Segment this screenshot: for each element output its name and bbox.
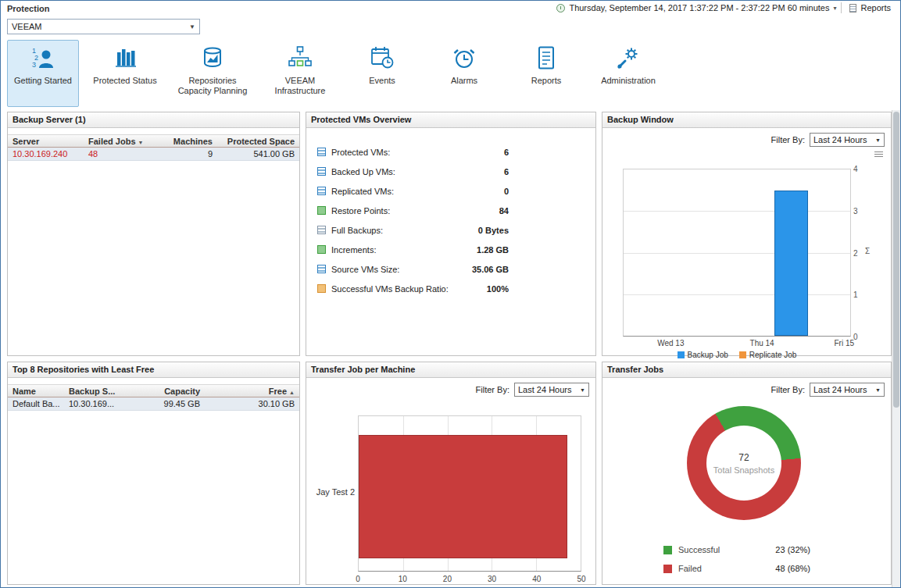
cell-failed-jobs: 48 [84,149,156,159]
alarms-icon [429,45,499,76]
scope-select[interactable]: VEEAM ▼ [7,19,200,34]
chevron-down-icon: ▼ [872,137,884,143]
full-backups-icon [317,226,326,234]
column-header-free[interactable]: Free▲ [205,387,299,396]
toolbar-item-events[interactable]: Events [346,40,418,107]
column-header-machines[interactable]: Machines [156,137,217,146]
panel-title: Transfer Job per Machine [306,362,595,378]
stat-row: Protected VMs:6 [317,142,589,162]
stat-row: Backed Up VMs:6 [317,162,589,181]
column-header-name[interactable]: Name [8,387,64,396]
filter-row: Filter By: Last 24 Hours ▼ [771,383,885,397]
legend-label: Failed [678,564,702,573]
legend-item-successful: Successful 23 (32%) [663,540,810,559]
time-range-control[interactable]: Thursday, September 14, 2017 1:37:22 PM … [556,3,836,12]
transfer-machine-chart [358,415,581,572]
y-tick-label: 3 [853,207,858,216]
filter-label: Filter By: [771,135,805,144]
column-header-server[interactable]: Server [8,137,84,146]
toolbar-item-protected-status[interactable]: Protected Status [89,40,161,107]
legend-item: Backup Job [678,351,728,359]
restore-points-icon [317,206,326,215]
legend-value: 48 (68%) [775,564,810,573]
administration-icon [593,45,663,76]
panel-title: Transfer Jobs [602,362,891,378]
snapshots-donut-chart: 72 Total Snapshots [687,406,801,520]
column-header-protected-space[interactable]: Protected Space [217,137,299,146]
gridline [624,211,850,212]
stat-row: Full Backups:0 Bytes [317,220,589,240]
reports-button-label: Reports [860,3,891,12]
legend-label: Successful [678,545,720,554]
toolbar-item-getting-started[interactable]: 123 Getting Started [7,40,79,107]
filter-value: Last 24 Hours [810,385,872,394]
x-axis-labels: Wed 13Thu 14Fri 15 [623,339,851,348]
filter-value: Last 24 Hours [515,385,577,394]
transfer-jobs-panel: Transfer Jobs Filter By: Last 24 Hours ▼… [602,362,892,585]
legend-label: Backup Job [688,351,728,359]
x-tick-label: 40 [532,575,541,583]
repositories-capacity-icon [172,45,253,76]
x-axis-ticks: 01020304050 [358,575,581,584]
transfer-machine-filter-select[interactable]: Last 24 Hours ▼ [514,383,589,397]
backup-window-chart [623,169,851,337]
chart-legend: Backup JobReplicate Job [623,351,851,359]
transfer-jobs-filter-select[interactable]: Last 24 Hours ▼ [810,383,885,397]
events-icon [347,45,417,76]
protection-window: Protection Thursday, September 14, 2017 … [0,0,901,588]
backup-window-filter-select[interactable]: Last 24 Hours ▼ [810,133,885,147]
scope-select-value: VEEAM [8,22,185,31]
donut-center: 72 Total Snapshots [687,406,801,520]
toolbar-item-label: Getting Started [8,76,78,86]
toolbar-item-veeam-infrastructure[interactable]: VEEAM Infrastructure [264,40,336,107]
table-row[interactable]: 10.30.169.240 48 9 541.00 GB [8,148,299,161]
backed-up-vms-icon [317,167,326,176]
column-header-failed-jobs[interactable]: Failed Jobs▼ [84,137,156,146]
column-header-backup-server[interactable]: Backup S... [64,387,123,396]
toolbar-item-label: VEEAM Infrastructure [265,76,335,96]
x-tick-label: Wed 13 [657,339,684,347]
topbar-right: Thursday, September 14, 2017 1:37:22 PM … [556,2,894,13]
transfer-job-per-machine-panel: Transfer Job per Machine Filter By: Last… [306,362,596,585]
panel-title: Backup Window [602,112,891,128]
stat-row: Increments:1.28 GB [317,240,589,259]
gridline [624,294,850,295]
stat-row: Source VMs Size:35.06 GB [317,259,589,279]
legend-value: 23 (32%) [775,545,810,554]
toolbar-item-label: Events [347,76,417,86]
cell-machines: 9 [156,149,217,159]
column-header-capacity[interactable]: Capacity [123,387,205,396]
chevron-down-icon: ▼ [872,387,884,393]
reports-button[interactable]: Reports [846,2,894,13]
protected-status-icon [90,45,160,76]
repositories-table: Name Backup S... Capacity Free▲ Default … [8,384,299,411]
toolbar-item-label: Reports [511,76,581,86]
y-axis-title: Σ [865,247,870,255]
legend-item: Replicate Job [739,351,797,359]
chart-menu-icon[interactable] [874,151,883,159]
toolbar-item-alarms[interactable]: Alarms [428,40,500,107]
repositories-panel: Top 8 Repositories with Least Free Name … [7,362,300,585]
toolbar-item-administration[interactable]: Administration [592,40,664,107]
increments-icon [317,245,326,254]
stat-row: Replicated VMs:0 [317,181,589,201]
y-axis-ticks: 01234 [853,169,864,337]
toolbar-item-label: Protected Status [90,76,160,86]
filter-label: Filter By: [771,385,805,394]
x-tick-label: Thu 14 [750,339,774,347]
panel-title: Protected VMs Overview [306,112,595,128]
table-header-row: Server Failed Jobs▼ Machines Protected S… [8,134,299,148]
toolbar-item-reports[interactable]: Reports [510,40,582,107]
getting-started-icon: 123 [8,45,78,76]
scrollbar-thumb[interactable] [893,112,899,408]
vertical-scrollbar[interactable] [892,110,900,587]
separator [841,2,842,13]
toolbar-item-repositories-capacity-planning[interactable]: Repositories Capacity Planning [171,40,254,107]
table-row[interactable]: Default Ba... 10.30.169... 99.45 GB 30.1… [8,397,299,411]
backup-job-bar [774,191,809,336]
backup-server-table: Server Failed Jobs▼ Machines Protected S… [8,134,299,161]
clock-icon [556,4,565,12]
page-title: Protection [7,4,49,13]
filter-row: Filter By: Last 24 Hours ▼ [771,133,885,147]
gridline [624,253,850,254]
